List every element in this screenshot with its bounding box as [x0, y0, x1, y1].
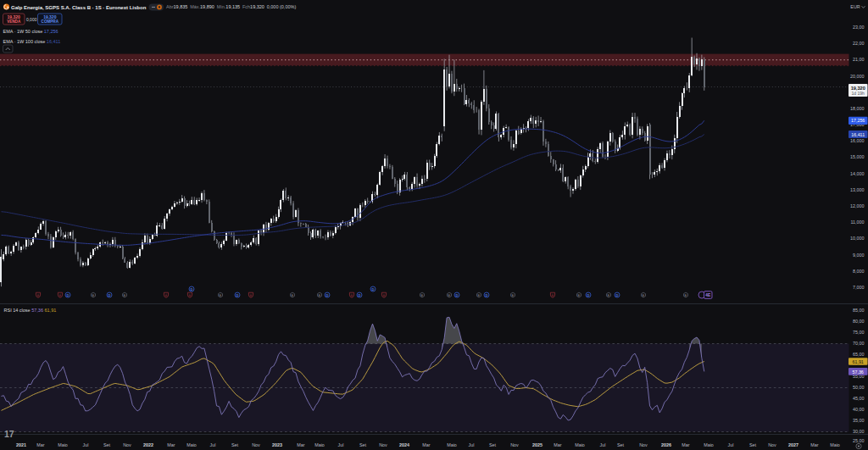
svg-text:2025: 2025 [532, 442, 542, 447]
svg-text:Galp Energia, SGPS S.A. Class: Galp Energia, SGPS S.A. Class B · 1S · E… [11, 5, 147, 10]
svg-text:10,000: 10,000 [850, 236, 865, 241]
svg-text:8,000: 8,000 [853, 269, 865, 274]
svg-text:D: D [455, 293, 458, 297]
svg-text:0,000: 0,000 [26, 17, 37, 22]
svg-text:Nov: Nov [639, 442, 648, 447]
svg-text:11,000: 11,000 [850, 219, 864, 225]
svg-text:Set: Set [617, 442, 625, 447]
svg-text:Mar: Mar [422, 442, 430, 447]
svg-text:25,00: 25,00 [853, 438, 865, 443]
svg-text:Maio: Maio [830, 442, 840, 447]
svg-text:D: D [485, 293, 487, 297]
svg-text:Jul: Jul [469, 442, 475, 447]
svg-text:23,00: 23,00 [853, 25, 865, 30]
svg-text:Jul: Jul [210, 442, 216, 447]
svg-text:Maio: Maio [58, 442, 68, 447]
svg-text:D: D [371, 287, 374, 292]
svg-text:2026: 2026 [661, 442, 671, 447]
svg-text:19,320: 19,320 [851, 86, 865, 91]
svg-text:COMPRA: COMPRA [42, 19, 59, 24]
svg-text:Jul: Jul [83, 442, 89, 447]
svg-text:45,00: 45,00 [853, 396, 865, 401]
svg-text:D: D [66, 293, 69, 297]
svg-text:E: E [685, 293, 687, 297]
svg-text:17,256: 17,256 [851, 118, 865, 123]
svg-text:35,00: 35,00 [853, 418, 865, 423]
svg-text:Maio: Maio [314, 442, 325, 447]
svg-text:70,00: 70,00 [853, 341, 865, 346]
svg-text:Set: Set [359, 442, 367, 447]
svg-text:E: E [478, 293, 481, 297]
svg-text:75,00: 75,00 [853, 330, 865, 335]
svg-text:Set: Set [103, 442, 111, 447]
svg-text:2023: 2023 [272, 442, 282, 447]
svg-text:Mar: Mar [554, 442, 561, 447]
svg-text:D: D [236, 293, 238, 297]
svg-text:16,000: 16,000 [850, 138, 865, 143]
svg-text:7,000: 7,000 [853, 285, 865, 290]
svg-text:9,000: 9,000 [853, 253, 865, 258]
svg-text:Nov: Nov [252, 442, 260, 447]
svg-text:Mar: Mar [36, 442, 44, 447]
svg-text:Nov: Nov [510, 442, 519, 447]
svg-text:Mar: Mar [297, 442, 304, 447]
svg-text:Set: Set [749, 442, 757, 447]
svg-text:13,000: 13,000 [850, 187, 865, 192]
svg-text:65,00: 65,00 [853, 352, 865, 357]
svg-text:19,320: 19,320 [43, 14, 57, 19]
svg-text:D: D [190, 287, 192, 292]
svg-text:1d 19h: 1d 19h [852, 91, 865, 96]
svg-text:D: D [615, 293, 618, 297]
svg-text:30,00: 30,00 [853, 429, 865, 434]
svg-text:VENDA: VENDA [7, 19, 21, 24]
svg-text:2022: 2022 [143, 442, 153, 447]
svg-text:E: E [92, 293, 95, 297]
svg-text:85,00: 85,00 [853, 308, 865, 313]
svg-text:E: E [220, 293, 222, 297]
svg-text:40,00: 40,00 [853, 407, 865, 412]
svg-text:E: E [643, 293, 645, 297]
svg-text:4E: 4E [705, 293, 711, 297]
svg-text:Nov: Nov [379, 442, 387, 447]
svg-text:21,00: 21,00 [853, 57, 865, 62]
svg-text:E: E [319, 293, 321, 297]
svg-text:Set: Set [231, 442, 239, 447]
svg-text:61,91: 61,91 [853, 359, 864, 364]
svg-text:Jul: Jul [600, 442, 606, 447]
svg-text:E: E [448, 293, 451, 297]
svg-text:20,000: 20,000 [850, 74, 865, 79]
svg-text:Maio: Maio [704, 442, 714, 447]
svg-text:Abr19,835 Máx.19,890 Mín.19,13: Abr19,835 Máx.19,890 Mín.19,135 Fch19,32… [166, 4, 296, 9]
svg-text:18,000: 18,000 [850, 106, 865, 111]
svg-text:D: D [108, 293, 110, 297]
svg-text:Mar: Mar [682, 442, 689, 447]
svg-text:Nov: Nov [768, 442, 776, 447]
svg-text:Nov: Nov [123, 442, 131, 447]
svg-text:EMA · 1W 50 close 17,256: EMA · 1W 50 close 17,256 [3, 29, 58, 34]
svg-text:Mar: Mar [810, 442, 818, 447]
svg-text:19,320: 19,320 [8, 14, 21, 19]
svg-text:E: E [421, 293, 424, 297]
svg-text:2021: 2021 [16, 442, 26, 447]
svg-text:22,00: 22,00 [853, 41, 865, 46]
svg-text:12,000: 12,000 [850, 203, 865, 208]
svg-text:Jul: Jul [728, 442, 734, 447]
svg-text:Maio: Maio [186, 442, 197, 447]
svg-text:Set: Set [489, 442, 497, 447]
svg-text:D: D [326, 293, 328, 297]
svg-text:Jul: Jul [338, 442, 344, 447]
svg-text:E: E [608, 293, 610, 297]
svg-text:Maio: Maio [447, 442, 457, 447]
svg-text:E: E [512, 293, 515, 297]
svg-text:E: E [124, 293, 126, 297]
svg-text:Mar: Mar [167, 442, 175, 447]
svg-text:2024: 2024 [399, 442, 409, 447]
svg-text:16,411: 16,411 [851, 132, 865, 137]
svg-text:2027: 2027 [788, 442, 798, 447]
svg-text:17: 17 [4, 429, 14, 439]
svg-text:57,36: 57,36 [853, 369, 864, 375]
svg-text:E: E [292, 293, 294, 297]
svg-text:RSI 14 close 57,36 61,91: RSI 14 close 57,36 61,91 [4, 308, 57, 313]
svg-text:14,000: 14,000 [850, 171, 865, 176]
svg-text:Maio: Maio [575, 442, 585, 447]
